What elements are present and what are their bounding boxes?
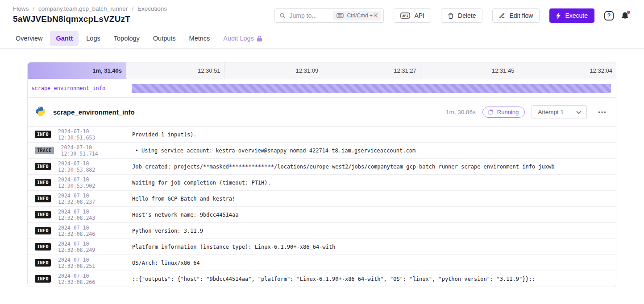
log-message: ::{"outputs": {"host": "9bdcc44514aa", "… [132, 276, 535, 282]
log-row: INFO 2024-07-10 12:32:08.246 Python vers… [28, 222, 616, 238]
notification-dot [627, 11, 630, 14]
header-left: Flows / company.team.gcp_batch_runner / … [13, 5, 167, 24]
log-timestamp: 2024-07-10 12:32:08.249 [58, 241, 125, 253]
help-icon: ? [604, 11, 614, 21]
delete-button[interactable]: Delete [441, 8, 482, 23]
log-list: INFO 2024-07-10 12:30:51.653 Provided 1 … [28, 126, 616, 287]
attempt-label: Attempt 1 [538, 109, 564, 115]
log-timestamp: 2024-07-10 12:32:08.266 [58, 273, 125, 285]
log-timestamp: 2024-07-10 12:32:08.251 [58, 257, 125, 269]
api-button-label: API [414, 12, 424, 19]
bolt-icon [556, 12, 561, 19]
tab-audit-logs[interactable]: Audit Logs [217, 31, 268, 46]
tab-gantt[interactable]: Gantt [50, 31, 79, 46]
log-row: INFO 2024-07-10 12:32:08.249 Platform in… [28, 238, 616, 255]
tab-audit-logs-label: Audit Logs [223, 35, 254, 42]
keyboard-icon [337, 13, 344, 18]
gantt-task-label: scrape_environment_info [31, 85, 105, 91]
main-content: 1m, 31.40s 12:30:51 12:31:09 12:31:27 12… [0, 49, 644, 287]
log-message: Job created: projects/**masked**********… [132, 164, 554, 170]
log-timestamp: 2024-07-10 12:30:51.653 [58, 128, 125, 141]
log-message: Platform information (instance type): Li… [132, 244, 335, 250]
pencil-icon [499, 12, 505, 19]
gantt-card: 1m, 31.40s 12:30:51 12:31:09 12:31:27 12… [27, 62, 616, 287]
api-button[interactable]: API API [394, 8, 431, 23]
log-level-badge: INFO [35, 195, 51, 202]
log-level-badge: INFO [35, 179, 51, 186]
page-header: Flows / company.team.gcp_batch_runner / … [0, 0, 644, 29]
log-message: Provided 1 input(s). [132, 131, 197, 138]
log-level-badge: INFO [35, 259, 51, 267]
kebab-menu-icon [598, 111, 606, 113]
log-timestamp: 2024-07-10 12:32:08.246 [58, 225, 125, 237]
attempt-select[interactable]: Attempt 1 [532, 105, 587, 119]
tab-logs[interactable]: Logs [80, 31, 106, 46]
task-menu-button[interactable] [595, 109, 609, 115]
gantt-task-row: scrape_environment_info [28, 79, 616, 98]
python-icon [35, 107, 46, 118]
gantt-tick: 12:30:51 [126, 62, 224, 79]
gantt-tick: 12:31:09 [224, 62, 322, 79]
chevron-down-icon [576, 111, 582, 114]
jump-to-button[interactable]: Jump to... Ctrl/Cmd + K [274, 8, 384, 23]
gantt-tick: 12:31:27 [322, 62, 420, 79]
tab-bar: Overview Gantt Logs Topology Outputs Met… [0, 29, 644, 49]
log-level-badge: INFO [35, 211, 51, 218]
task-name: scrape_environment_info [53, 108, 135, 116]
execute-button[interactable]: Execute [549, 8, 594, 23]
breadcrumb: Flows / company.team.gcp_batch_runner / … [13, 5, 167, 12]
help-button[interactable]: ? [604, 11, 614, 21]
shortcut-label: Ctrl/Cmd + K [347, 12, 378, 19]
log-level-badge: TRACE [35, 147, 54, 154]
log-timestamp: 2024-07-10 12:32:08.243 [58, 209, 125, 221]
status-label: Running [497, 109, 519, 115]
log-message: Waiting for job completion (timeout: PT1… [132, 180, 271, 186]
search-icon [279, 12, 286, 19]
log-level-badge: INFO [35, 131, 51, 138]
log-message: Host's network name: 9bdcc44514aa [132, 212, 238, 218]
gantt-time-axis: 1m, 31.40s 12:30:51 12:31:09 12:31:27 12… [28, 62, 616, 79]
log-level-badge: INFO [35, 227, 51, 234]
log-row: INFO 2024-07-10 12:32:08.266 ::{"outputs… [28, 271, 616, 287]
task-detail-header: scrape_environment_info 1m, 30.86s Runni… [28, 98, 616, 126]
gantt-total-duration: 1m, 31.40s [28, 62, 126, 79]
breadcrumb-separator: / [33, 5, 34, 12]
log-level-badge: INFO [35, 163, 51, 170]
log-message: Hello from GCP Batch and kestra! [132, 196, 235, 202]
task-duration: 1m, 30.86s [446, 109, 476, 115]
log-timestamp: 2024-07-10 12:30:51.714 [61, 144, 128, 157]
api-icon: API [400, 12, 410, 19]
breadcrumb-flows[interactable]: Flows [13, 5, 29, 12]
execute-button-label: Execute [565, 12, 588, 19]
log-timestamp: 2024-07-10 12:30:53.902 [58, 177, 125, 189]
tab-topology[interactable]: Topology [108, 31, 145, 46]
tab-overview[interactable]: Overview [10, 31, 48, 46]
svg-text:API: API [403, 14, 408, 18]
log-message: Python version: 3.11.9 [132, 228, 203, 234]
breadcrumb-flow-id[interactable]: company.team.gcp_batch_runner [38, 5, 128, 12]
execution-id-title: 5aWJVEbN8iqmxcpLsVZUzT [13, 14, 167, 24]
log-row: INFO 2024-07-10 12:32:08.237 Hello from … [28, 190, 616, 206]
lock-icon [257, 36, 262, 41]
log-level-badge: INFO [35, 275, 51, 283]
breadcrumb-executions[interactable]: Executions [137, 5, 167, 12]
log-row: INFO 2024-07-10 12:30:53.902 Waiting for… [28, 174, 616, 190]
edit-flow-button[interactable]: Edit flow [492, 8, 540, 23]
running-spinner-icon [487, 109, 494, 115]
tab-metrics[interactable]: Metrics [183, 31, 216, 46]
log-row: INFO 2024-07-10 12:30:51.653 Provided 1 … [28, 126, 616, 142]
delete-button-label: Delete [458, 12, 476, 19]
trash-icon [448, 12, 454, 19]
tab-outputs[interactable]: Outputs [147, 31, 182, 46]
gantt-bar[interactable] [132, 84, 611, 93]
breadcrumb-separator: / [132, 5, 133, 12]
gantt-tick: 12:31:45 [420, 62, 518, 79]
notifications-button[interactable] [621, 12, 629, 20]
status-badge: Running [482, 107, 525, 118]
log-timestamp: 2024-07-10 12:32:08.237 [58, 193, 125, 205]
edit-flow-button-label: Edit flow [509, 12, 533, 19]
log-row: INFO 2024-07-10 12:30:53.882 Job created… [28, 158, 616, 174]
shortcut-chip: Ctrl/Cmd + K [333, 11, 381, 21]
log-row: INFO 2024-07-10 12:32:08.251 OS/Arch: li… [28, 255, 616, 271]
header-actions: Jump to... Ctrl/Cmd + K API API Delete [274, 8, 629, 23]
